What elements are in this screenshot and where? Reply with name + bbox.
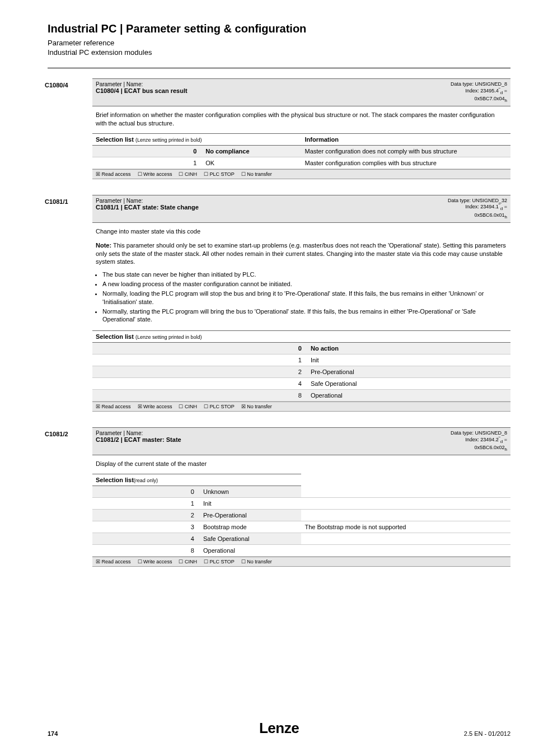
- row-value: 3: [92, 521, 200, 533]
- row-value: 2: [92, 366, 307, 378]
- param-hex: 0x5BC7.0x04h: [451, 96, 507, 104]
- note-label: Note:: [96, 242, 111, 249]
- row-value: 1: [92, 157, 202, 169]
- flag-cinh: ☐ CINH: [179, 404, 197, 409]
- flag-cinh: ☐ CINH: [179, 559, 197, 564]
- flag-write: ☐ Write access: [138, 559, 172, 564]
- information-header: Information: [301, 133, 510, 145]
- parameter-header: Parameter | Name:C1080/4 | ECAT bus scan…: [92, 78, 510, 106]
- note-body: This parameter should only be set to exa…: [96, 242, 506, 265]
- row-info: [301, 510, 510, 521]
- table-row: 8Operational: [92, 390, 510, 402]
- row-label: Pre-Operational: [307, 366, 510, 378]
- flag-notransfer: ☐ No transfer: [241, 559, 272, 564]
- param-description: Display of the current state of the mast…: [92, 455, 510, 474]
- brand-logo: Lenze: [259, 720, 299, 736]
- parameter-block: C1080/4Parameter | Name:C1080/4 | ECAT b…: [48, 78, 510, 179]
- flag-write: ☒ Write access: [138, 404, 172, 409]
- row-value: 4: [92, 533, 200, 545]
- row-label: Pre-Operational: [200, 510, 302, 521]
- row-value: 4: [92, 378, 307, 390]
- selection-header-note: (Lenze setting printed in bold): [135, 334, 202, 340]
- param-index: Index: 23494.1‾d =: [448, 204, 507, 212]
- row-label: Operational: [200, 545, 302, 557]
- parameter-content: Parameter | Name:C1080/4 | ECAT bus scan…: [92, 78, 510, 179]
- param-meta: Data type: UNSIGNED_8Index: 23495.4‾d =0…: [451, 81, 507, 104]
- flag-write: ☐ Write access: [138, 171, 172, 177]
- param-datatype: Data type: UNSIGNED_32: [448, 198, 507, 204]
- parameter-block: C1081/1Parameter | Name:C1081/1 | ECAT s…: [48, 195, 510, 412]
- row-info: [301, 498, 510, 510]
- table-row: 8Operational: [92, 545, 510, 557]
- table-row: 4Safe Operational: [92, 378, 510, 390]
- page-title: Industrial PC | Parameter setting & conf…: [48, 22, 510, 35]
- table-row: 2Pre-Operational: [92, 510, 510, 521]
- bullet-item: Normally, starting the PLC program will …: [102, 307, 507, 324]
- row-info: [301, 545, 510, 557]
- bullet-item: The bus state can never be higher than i…: [102, 270, 507, 279]
- table-row: 4Safe Operational: [92, 533, 510, 545]
- parameter-header: Parameter | Name:C1081/1 | ECAT state: S…: [92, 195, 510, 223]
- page-number: 174: [48, 730, 58, 737]
- flag-read: ☒ Read access: [96, 171, 131, 177]
- param-description: Brief information on whether the master …: [92, 106, 510, 133]
- row-label: Operational: [307, 390, 510, 402]
- selection-header: Selection list (Lenze setting printed in…: [92, 133, 301, 145]
- access-flags: ☒ Read access☐ Write access☐ CINH☐ PLC S…: [92, 557, 510, 567]
- bullet-item: Normally, loading the PLC program will s…: [102, 290, 507, 306]
- param-name: C1081/1 | ECAT state: State change: [96, 204, 199, 211]
- selection-header: Selection list (Lenze setting printed in…: [92, 331, 510, 343]
- row-info: Master configuration does not comply wit…: [301, 145, 510, 157]
- row-label: Init: [200, 498, 302, 510]
- param-description: Change into master state via this code: [92, 223, 510, 241]
- table-row: 0Unknown: [92, 486, 510, 498]
- row-label: No compliance: [202, 145, 301, 157]
- doc-revision: 2.5 EN - 01/2012: [464, 730, 510, 737]
- table-row: 0No action: [92, 343, 510, 354]
- row-label: Init: [307, 354, 510, 366]
- param-label: Parameter | Name:: [96, 430, 181, 436]
- table-row: 1Init: [92, 498, 510, 510]
- param-label: Parameter | Name:: [96, 81, 188, 87]
- parameter-code: C1081/2: [45, 427, 92, 567]
- parameter-code: C1080/4: [45, 78, 92, 179]
- parameter-code: C1081/1: [45, 195, 92, 412]
- parameter-header: Parameter | Name:C1081/2 | ECAT master: …: [92, 427, 510, 455]
- param-name: C1081/2 | ECAT master: State: [96, 436, 181, 443]
- parameter-block: C1081/2Parameter | Name:C1081/2 | ECAT m…: [48, 427, 510, 567]
- row-value: 0: [92, 145, 202, 157]
- page-subtitle-2: Industrial PC extension modules: [48, 48, 510, 57]
- flag-read: ☒ Read access: [96, 559, 131, 564]
- param-label: Parameter | Name:: [96, 198, 199, 204]
- flag-read: ☒ Read access: [96, 404, 131, 409]
- selection-table: Selection list (Lenze setting printed in…: [92, 330, 510, 402]
- parameter-content: Parameter | Name:C1081/2 | ECAT master: …: [92, 427, 510, 567]
- selection-header-note: (Lenze setting printed in bold): [135, 137, 202, 143]
- flag-plcstop: ☐ PLC STOP: [204, 404, 235, 409]
- flag-notransfer: ☒ No transfer: [241, 404, 272, 409]
- param-index: Index: 23495.4‾d =: [451, 88, 507, 96]
- table-row: 1OKMaster configuration complies with bu…: [92, 157, 510, 169]
- flag-plcstop: ☐ PLC STOP: [204, 171, 235, 177]
- table-row: 0No complianceMaster configuration does …: [92, 145, 510, 157]
- row-info: [301, 486, 510, 498]
- flag-plcstop: ☐ PLC STOP: [204, 559, 235, 564]
- access-flags: ☒ Read access☒ Write access☐ CINH☐ PLC S…: [92, 402, 510, 412]
- param-hex: 0x5BC6.0x01h: [448, 212, 507, 220]
- page-footer: 174 Lenze 2.5 EN - 01/2012: [48, 730, 510, 737]
- param-meta: Data type: UNSIGNED_8Index: 23494.2‾d =0…: [451, 430, 507, 452]
- row-value: 0: [92, 486, 200, 498]
- row-value: 2: [92, 510, 200, 521]
- row-label: Unknown: [200, 486, 302, 498]
- access-flags: ☒ Read access☐ Write access☐ CINH☐ PLC S…: [92, 169, 510, 179]
- row-value: 1: [92, 354, 307, 366]
- header-divider: [48, 68, 510, 68]
- param-note: Note: This parameter should only be set …: [92, 241, 510, 271]
- row-label: Safe Operational: [307, 378, 510, 390]
- param-meta: Data type: UNSIGNED_32Index: 23494.1‾d =…: [448, 198, 507, 220]
- row-label: Safe Operational: [200, 533, 302, 545]
- table-row: 2Pre-Operational: [92, 366, 510, 378]
- row-label: Bootstrap mode: [200, 521, 302, 533]
- selection-table: Selection list (Lenze setting printed in…: [92, 133, 510, 169]
- flag-notransfer: ☐ No transfer: [241, 171, 272, 177]
